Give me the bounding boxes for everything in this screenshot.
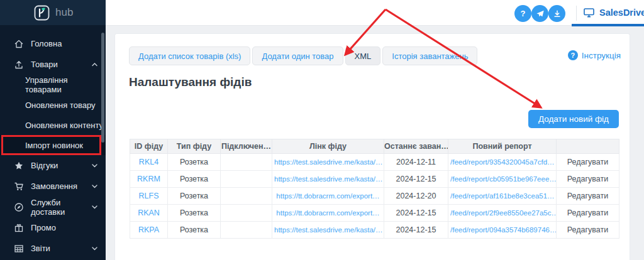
feed-type: Розетка xyxy=(168,205,221,222)
feed-report-link[interactable]: /feed/report/9354320045a7cfd… xyxy=(448,154,557,171)
download-button[interactable] xyxy=(548,5,565,22)
feed-connected xyxy=(221,188,272,205)
sidebar-logo[interactable]: hub xyxy=(0,0,106,25)
sidebar-item-promo[interactable]: Промо xyxy=(0,217,106,238)
tab-upload-history[interactable]: Історія завантажень xyxy=(382,46,477,65)
sidebar-item-orders[interactable]: Замовлення xyxy=(0,176,106,197)
feed-id-link[interactable]: RKL4 xyxy=(130,154,168,171)
sidebar-item-label: Промо xyxy=(31,223,56,232)
sidebar-item-label: Відгуки xyxy=(31,161,58,170)
chevron-down-icon xyxy=(92,185,97,188)
table-header-row: ID фіду Тип фіду Підключен… Лінк фіду Ос… xyxy=(130,139,619,154)
feed-link[interactable]: https://tt.dobracrm.com/export… xyxy=(272,188,384,205)
col-feed-id: ID фіду xyxy=(130,139,168,154)
telegram-button[interactable] xyxy=(531,5,548,22)
col-last-upload: Останнє заван… xyxy=(384,139,448,154)
page-title: Налаштування фідів xyxy=(129,75,252,89)
chevron-down-icon xyxy=(92,205,97,209)
sidebar-item-reports[interactable]: Звіти xyxy=(0,238,106,259)
edit-feed-button[interactable]: Редагувати xyxy=(557,171,619,188)
feed-connected xyxy=(221,154,272,171)
feed-type: Розетка xyxy=(168,154,221,171)
feed-id-link[interactable]: RLFS xyxy=(130,188,168,205)
compass-icon xyxy=(14,202,24,212)
chevron-down-icon xyxy=(92,164,97,168)
edit-feed-button[interactable]: Редагувати xyxy=(557,205,619,222)
monitor-icon xyxy=(584,8,594,18)
feed-link[interactable]: https://test.salesdrive.me/kasta/… xyxy=(272,154,384,171)
edit-feed-button[interactable]: Редагувати xyxy=(557,188,619,205)
home-icon xyxy=(14,39,24,49)
table-icon xyxy=(14,244,24,254)
sidebar-subitem-label: Імпорт новинок xyxy=(25,141,83,150)
feed-link[interactable]: https://tt.dobracrm.com/export… xyxy=(272,205,384,222)
logo-text: hub xyxy=(55,6,73,19)
feed-report-link[interactable]: /feed/report/af161be8e3cea51… xyxy=(448,188,557,205)
add-new-feed-button[interactable]: Додати новий фід xyxy=(528,110,619,128)
sidebar-subitem-import-new[interactable]: Імпорт новинок xyxy=(0,135,106,155)
salesdrive-brand[interactable]: SalesDrive xyxy=(584,0,644,25)
feed-link[interactable]: https://test.salesdrive.me/kasta/… xyxy=(272,171,384,188)
table-row: RKAN Розетка https://tt.dobracrm.com/exp… xyxy=(130,205,619,222)
feed-report-link[interactable]: /feed/report/cb05951be967eee… xyxy=(448,171,557,188)
col-actions xyxy=(557,139,619,154)
table-row: RKL4 Розетка https://test.salesdrive.me/… xyxy=(130,154,619,171)
feed-type: Розетка xyxy=(168,188,221,205)
sidebar-item-label: Товари xyxy=(31,60,58,69)
feed-id-link[interactable]: RKPA xyxy=(130,222,168,239)
feed-report-link[interactable]: /feed/report/2f9ee8550ee27a5c… xyxy=(448,205,557,222)
feed-last-upload: 2024-12-20 xyxy=(384,188,448,205)
sidebar-item-products[interactable]: Товари xyxy=(0,54,106,75)
instruction-link[interactable]: ? Інструкція xyxy=(568,50,621,60)
chevron-down-icon xyxy=(92,247,97,251)
table-row: RKRM Розетка https://test.salesdrive.me/… xyxy=(130,171,619,188)
feeds-table: ID фіду Тип фіду Підключен… Лінк фіду Ос… xyxy=(130,139,619,239)
help-button[interactable]: ? xyxy=(514,5,531,22)
edit-feed-button[interactable]: Редагувати xyxy=(557,154,619,171)
feed-last-upload: 2024-12-15 xyxy=(384,222,448,239)
sidebar-item-label: Служби доставки xyxy=(31,198,85,217)
feed-last-upload: 2024-12-11 xyxy=(384,154,448,171)
col-feed-link: Лінк фіду xyxy=(272,139,384,154)
sidebar-subitem-label: Оновлення контенту xyxy=(25,121,103,130)
sidebar-subitem-label: Управління товарами xyxy=(25,75,106,94)
feed-connected xyxy=(221,171,272,188)
brand-label: SalesDrive xyxy=(599,8,644,18)
table-row: RLFS Розетка https://tt.dobracrm.com/exp… xyxy=(130,188,619,205)
sidebar-subitem-label: Оновлення товару xyxy=(25,100,96,110)
content-card: Додати список товарів (xls) Додати один … xyxy=(114,33,630,260)
star-icon xyxy=(14,161,24,171)
table-row: RKPA Розетка https://test.salesdrive.me/… xyxy=(130,222,619,239)
sidebar-nav: Головна Товари Управління товарами Оновл… xyxy=(0,25,106,259)
sidebar: hub Головна Товари Управління товарами xyxy=(0,0,106,260)
tab-xml[interactable]: XML xyxy=(345,46,381,65)
sidebar-scrollbar[interactable] xyxy=(101,33,104,143)
cart-icon xyxy=(14,181,24,192)
download-icon xyxy=(553,9,562,18)
upload-icon xyxy=(14,60,24,70)
feed-report-link[interactable]: /feed/report/094a3574b689746… xyxy=(448,222,557,239)
feed-link[interactable]: https://test.salesdrive.me/kasta/… xyxy=(272,222,384,239)
sidebar-item-label: Замовлення xyxy=(31,181,77,191)
tab-add-one-product[interactable]: Додати один товар xyxy=(252,46,343,65)
question-icon: ? xyxy=(521,9,526,18)
sidebar-item-reviews[interactable]: Відгуки xyxy=(0,155,106,176)
sidebar-subitem-update-content[interactable]: Оновлення контенту xyxy=(0,115,106,135)
feed-id-link[interactable]: RKAN xyxy=(130,205,168,222)
sidebar-subitem-manage-products[interactable]: Управління товарами xyxy=(0,75,106,95)
hub-logo-icon xyxy=(34,5,50,21)
feed-connected xyxy=(221,222,272,239)
col-feed-type: Тип фіду xyxy=(168,139,221,154)
feed-id-link[interactable]: RKRM xyxy=(130,171,168,188)
sidebar-subitem-update-product[interactable]: Оновлення товару xyxy=(0,95,106,115)
sidebar-item-home[interactable]: Головна xyxy=(0,33,106,54)
sidebar-item-label: Головна xyxy=(31,39,62,48)
chevron-up-icon xyxy=(92,63,97,67)
sidebar-item-label: Звіти xyxy=(31,244,50,253)
col-full-report: Повний репорт xyxy=(448,139,557,154)
sidebar-item-delivery[interactable]: Служби доставки xyxy=(0,197,106,217)
col-connected: Підключен… xyxy=(221,139,272,154)
edit-feed-button[interactable]: Редагувати xyxy=(557,222,619,239)
tab-add-product-list-xls[interactable]: Додати список товарів (xls) xyxy=(129,46,250,65)
gift-icon xyxy=(14,223,24,233)
